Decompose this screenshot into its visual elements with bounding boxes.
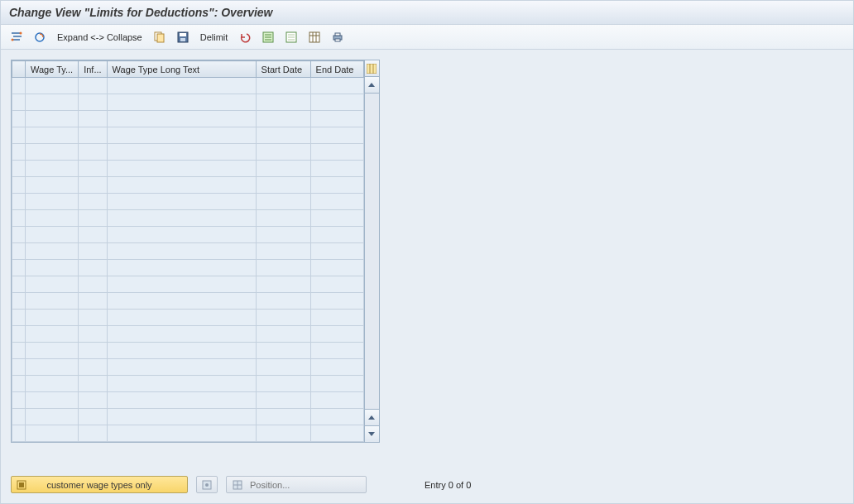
customer-wage-types-button[interactable]: customer wage types only: [11, 476, 188, 493]
table-row[interactable]: [12, 243, 364, 260]
row-selector[interactable]: [12, 260, 26, 276]
cell[interactable]: [79, 194, 107, 210]
table-row[interactable]: [12, 343, 364, 359]
table-row[interactable]: [12, 210, 364, 227]
cell[interactable]: [256, 392, 310, 409]
cell[interactable]: [107, 94, 256, 111]
print-icon[interactable]: [329, 29, 347, 46]
cell[interactable]: [26, 210, 79, 227]
cell[interactable]: [107, 210, 256, 227]
cell[interactable]: [310, 161, 363, 177]
scrollbar-track[interactable]: [365, 94, 379, 409]
cell[interactable]: [310, 359, 363, 376]
cell[interactable]: [310, 78, 363, 94]
cell[interactable]: [256, 127, 310, 144]
table-row[interactable]: [12, 194, 364, 210]
cell[interactable]: [310, 94, 363, 111]
cell[interactable]: [107, 392, 256, 409]
row-selector[interactable]: [12, 111, 26, 127]
cell[interactable]: [107, 194, 256, 210]
cell[interactable]: [26, 376, 79, 392]
cell[interactable]: [26, 392, 79, 409]
cell[interactable]: [79, 343, 107, 359]
cell[interactable]: [256, 260, 310, 276]
cell[interactable]: [107, 409, 256, 425]
row-selector[interactable]: [12, 227, 26, 243]
cell[interactable]: [26, 359, 79, 376]
table-row[interactable]: [12, 111, 364, 127]
cell[interactable]: [256, 343, 310, 359]
table-row[interactable]: [12, 276, 364, 293]
cell[interactable]: [79, 392, 107, 409]
cell[interactable]: [107, 227, 256, 243]
table-row[interactable]: [12, 425, 364, 442]
table-row[interactable]: [12, 144, 364, 161]
cell[interactable]: [310, 144, 363, 161]
table-row[interactable]: [12, 376, 364, 392]
cell[interactable]: [310, 293, 363, 310]
cell[interactable]: [107, 276, 256, 293]
scroll-up-end-icon[interactable]: [365, 409, 379, 425]
cell[interactable]: [107, 326, 256, 343]
row-selector[interactable]: [12, 78, 26, 94]
cell[interactable]: [26, 276, 79, 293]
cell[interactable]: [26, 194, 79, 210]
col-wage-type[interactable]: Wage Ty...: [26, 61, 79, 78]
cell[interactable]: [107, 376, 256, 392]
cell[interactable]: [79, 111, 107, 127]
col-start-date[interactable]: Start Date: [256, 61, 310, 78]
cell[interactable]: [79, 310, 107, 326]
row-selector[interactable]: [12, 243, 26, 260]
save-variant-icon[interactable]: [174, 29, 192, 46]
cell[interactable]: [256, 425, 310, 442]
scroll-down-icon[interactable]: [365, 425, 379, 442]
cell[interactable]: [310, 260, 363, 276]
position-icon-button[interactable]: [196, 476, 218, 493]
cell[interactable]: [26, 78, 79, 94]
cell[interactable]: [26, 326, 79, 343]
cell[interactable]: [256, 359, 310, 376]
cell[interactable]: [256, 293, 310, 310]
cell[interactable]: [79, 359, 107, 376]
cell[interactable]: [310, 310, 363, 326]
table-row[interactable]: [12, 94, 364, 111]
cell[interactable]: [256, 111, 310, 127]
row-selector[interactable]: [12, 127, 26, 144]
cell[interactable]: [256, 144, 310, 161]
cell[interactable]: [310, 227, 363, 243]
row-selector[interactable]: [12, 276, 26, 293]
cell[interactable]: [26, 94, 79, 111]
cell[interactable]: [256, 161, 310, 177]
cell[interactable]: [107, 359, 256, 376]
cell[interactable]: [26, 111, 79, 127]
table-row[interactable]: [12, 260, 364, 276]
copy-icon[interactable]: [151, 29, 169, 46]
cell[interactable]: [310, 326, 363, 343]
cell[interactable]: [26, 227, 79, 243]
cell[interactable]: [310, 376, 363, 392]
cell[interactable]: [107, 260, 256, 276]
row-selector-header[interactable]: [12, 61, 26, 78]
cell[interactable]: [310, 194, 363, 210]
table-row[interactable]: [12, 161, 364, 177]
cell[interactable]: [310, 276, 363, 293]
configure-columns-icon[interactable]: [365, 60, 379, 77]
cell[interactable]: [79, 78, 107, 94]
scroll-up-icon[interactable]: [365, 77, 379, 94]
cell[interactable]: [79, 376, 107, 392]
table-row[interactable]: [12, 177, 364, 194]
cell[interactable]: [79, 127, 107, 144]
deselect-all-icon[interactable]: [282, 29, 300, 46]
row-selector[interactable]: [12, 376, 26, 392]
cell[interactable]: [310, 210, 363, 227]
cell[interactable]: [256, 210, 310, 227]
cell[interactable]: [79, 276, 107, 293]
cell[interactable]: [310, 127, 363, 144]
cell[interactable]: [107, 177, 256, 194]
cell[interactable]: [26, 293, 79, 310]
cell[interactable]: [79, 144, 107, 161]
row-selector[interactable]: [12, 94, 26, 111]
col-inf[interactable]: Inf...: [79, 61, 107, 78]
row-selector[interactable]: [12, 425, 26, 442]
col-long-text[interactable]: Wage Type Long Text: [107, 61, 256, 78]
